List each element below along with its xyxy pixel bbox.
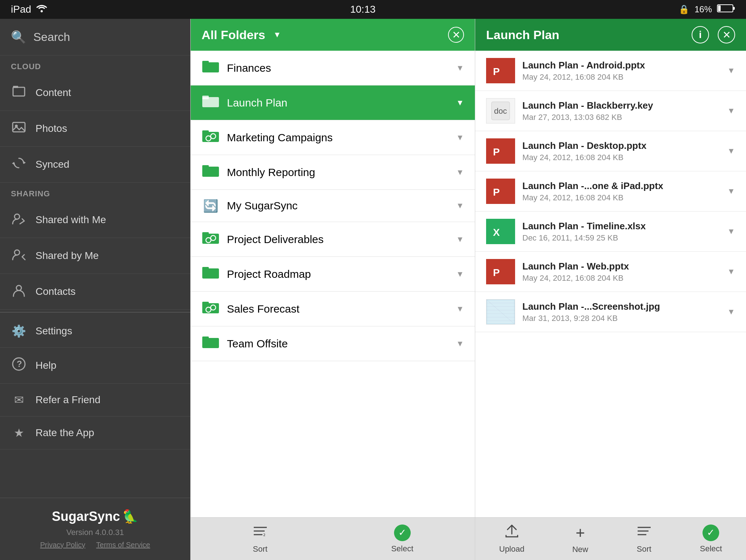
sidebar-item-photos[interactable]: Photos	[0, 111, 190, 147]
file-chevron-web-pptx: ▼	[727, 267, 735, 276]
right-select-button[interactable]: ✓ Select	[700, 525, 722, 553]
shared-with-me-label: Shared with Me	[36, 214, 106, 226]
folder-item-marketing[interactable]: Marketing Campaigns ▼	[191, 120, 475, 155]
file-name-blackberry-key: Launch Plan - Blackberry.key	[522, 100, 720, 111]
battery-label: 16%	[695, 4, 712, 14]
file-item-timeline-xlsx[interactable]: X Launch Plan - Timeline.xlsx Dec 16, 20…	[475, 212, 746, 252]
svg-text:P: P	[493, 267, 500, 278]
content-icon	[11, 84, 27, 101]
right-sort-icon	[636, 524, 652, 542]
sidebar-item-shared-by-me[interactable]: Shared by Me	[0, 238, 190, 274]
sidebar-search-item[interactable]: 🔍 Search	[0, 19, 190, 55]
file-meta-timeline-xlsx: Dec 16, 2011, 14:59 25 KB	[522, 233, 720, 243]
svg-rect-30	[202, 267, 209, 271]
file-info-web-pptx: Launch Plan - Web.pptx May 24, 2012, 16:…	[522, 261, 720, 283]
folder-chevron-project-deliverables: ▼	[456, 235, 464, 244]
folder-item-project-deliverables[interactable]: Project Deliverables ▼	[191, 222, 475, 257]
folder-list: Finances ▼ Launch Plan ▼	[191, 51, 475, 517]
svg-marker-9	[12, 162, 14, 165]
svg-rect-20	[202, 130, 209, 134]
sidebar-item-rate-app[interactable]: ★ Rate the App	[0, 417, 190, 450]
folder-name-sales-forecast: Sales Forecast	[227, 303, 449, 315]
folder-item-sales-forecast[interactable]: Sales Forecast ▼	[191, 292, 475, 326]
folder-item-launch-plan[interactable]: Launch Plan ▼	[191, 85, 475, 120]
sidebar-item-contacts[interactable]: Contacts	[0, 274, 190, 310]
file-chevron-ipad-pptx: ▼	[727, 187, 735, 196]
middle-sort-button[interactable]: ₂ Sort	[252, 524, 268, 554]
folders-dropdown-arrow[interactable]: ▼	[273, 30, 281, 39]
new-label: New	[572, 545, 588, 554]
file-thumb-timeline-xlsx: X	[486, 219, 515, 244]
sidebar-item-shared-with-me[interactable]: Shared with Me	[0, 202, 190, 238]
right-panel-close-button[interactable]: ✕	[718, 26, 735, 43]
photos-label: Photos	[36, 123, 67, 134]
middle-select-button[interactable]: ✓ Select	[391, 525, 413, 553]
sidebar-item-content[interactable]: Content	[0, 75, 190, 111]
sidebar-item-refer-friend[interactable]: ✉ Refer a Friend	[0, 384, 190, 417]
folder-item-monthly-reporting[interactable]: Monthly Reporting ▼	[191, 155, 475, 190]
folder-item-my-sugarsync[interactable]: 🔄 My SugarSync ▼	[191, 190, 475, 222]
folder-icon-sales-forecast	[202, 300, 220, 317]
folder-name-monthly-reporting: Monthly Reporting	[227, 166, 449, 179]
folder-item-team-offsite[interactable]: Team Offsite ▼	[191, 326, 475, 361]
folder-name-project-roadmap: Project Roadmap	[227, 268, 449, 280]
upload-button[interactable]: Upload	[499, 524, 525, 554]
file-info-blackberry-key: Launch Plan - Blackberry.key Mar 27, 201…	[522, 100, 720, 122]
right-panel-title: Launch Plan	[486, 28, 559, 42]
right-sort-button[interactable]: Sort	[636, 524, 652, 554]
right-select-label: Select	[700, 544, 722, 553]
svg-text:P: P	[493, 187, 500, 198]
folder-icon-my-sugarsync: 🔄	[202, 198, 220, 213]
svg-text:₂: ₂	[263, 531, 265, 537]
svg-rect-18	[202, 96, 209, 99]
file-item-ipad-pptx[interactable]: P Launch Plan -...one & iPad.pptx May 24…	[475, 171, 746, 212]
contacts-icon	[11, 283, 27, 300]
file-item-blackberry-key[interactable]: doc Launch Plan - Blackberry.key Mar 27,…	[475, 91, 746, 131]
logo-bird-icon: 🦜	[122, 509, 138, 524]
folder-name-project-deliverables: Project Deliverables	[227, 233, 449, 246]
terms-link[interactable]: Terms of Service	[96, 541, 150, 549]
file-item-android-pptx[interactable]: P Launch Plan - Android.pptx May 24, 201…	[475, 51, 746, 91]
folder-item-finances[interactable]: Finances ▼	[191, 51, 475, 85]
right-panel: Launch Plan i ✕ P Launch Plan - Android.…	[475, 19, 746, 560]
file-thumb-screenshot-jpg	[486, 299, 515, 325]
sharing-section-label: SHARING	[0, 183, 190, 202]
folder-icon-project-roadmap	[202, 266, 220, 283]
file-meta-screenshot-jpg: Mar 31, 2013, 9:28 204 KB	[522, 314, 720, 323]
file-item-web-pptx[interactable]: P Launch Plan - Web.pptx May 24, 2012, 1…	[475, 252, 746, 292]
file-info-timeline-xlsx: Launch Plan - Timeline.xlsx Dec 16, 2011…	[522, 221, 720, 243]
right-sort-label: Sort	[637, 544, 651, 554]
logo-text: SugarSync	[52, 509, 120, 524]
folder-chevron-team-offsite: ▼	[456, 339, 464, 348]
file-chevron-desktop-pptx: ▼	[727, 146, 735, 156]
sidebar-item-settings[interactable]: ⚙️ Settings	[0, 315, 190, 348]
upload-label: Upload	[499, 544, 525, 554]
privacy-policy-link[interactable]: Privacy Policy	[40, 541, 85, 549]
folder-icon-finances	[202, 59, 220, 76]
svg-text:X: X	[493, 227, 500, 238]
sidebar-item-synced[interactable]: Synced	[0, 147, 190, 183]
sidebar-item-help[interactable]: ? Help	[0, 348, 190, 384]
new-button[interactable]: + New	[572, 524, 588, 554]
file-item-screenshot-jpg[interactable]: Launch Plan -...Screenshot.jpg Mar 31, 2…	[475, 292, 746, 332]
status-bar: iPad 10:13 🔒 16%	[0, 0, 746, 19]
file-name-android-pptx: Launch Plan - Android.pptx	[522, 60, 720, 71]
right-panel-actions: i ✕	[692, 26, 735, 43]
sidebar: 🔍 Search CLOUD Content Photos	[0, 19, 190, 560]
middle-panel-close-button[interactable]: ✕	[448, 27, 464, 43]
file-chevron-blackberry-key: ▼	[727, 106, 735, 116]
rate-app-label: Rate the App	[36, 427, 94, 439]
sort-icon: ₂	[252, 524, 268, 542]
svg-point-0	[41, 10, 43, 12]
folder-name-finances: Finances	[227, 62, 449, 74]
file-name-timeline-xlsx: Launch Plan - Timeline.xlsx	[522, 221, 720, 232]
folder-name-my-sugarsync: My SugarSync	[227, 200, 449, 212]
file-info-desktop-pptx: Launch Plan - Desktop.pptx May 24, 2012,…	[522, 140, 720, 162]
svg-rect-24	[202, 165, 209, 169]
file-item-desktop-pptx[interactable]: P Launch Plan - Desktop.pptx May 24, 201…	[475, 131, 746, 171]
info-button[interactable]: i	[692, 26, 709, 43]
file-thumb-blackberry-key: doc	[486, 98, 515, 124]
new-icon: +	[576, 524, 585, 542]
folder-chevron-my-sugarsync: ▼	[456, 201, 464, 210]
folder-item-project-roadmap[interactable]: Project Roadmap ▼	[191, 257, 475, 292]
